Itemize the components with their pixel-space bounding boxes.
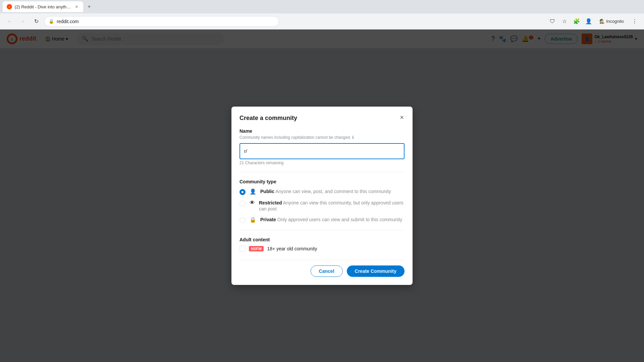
browser-titlebar: r (2) Reddit - Dive into anything ✕ + [0, 0, 644, 13]
chars-remaining: 21 Characters remaining [239, 161, 405, 165]
section-divider-2 [239, 230, 405, 230]
restricted-icon: 👁 [250, 200, 255, 206]
shield-icon[interactable]: 🛡 [547, 16, 558, 27]
community-type-label: Community type [239, 179, 405, 184]
name-section: Name Community names including capitaliz… [239, 128, 405, 165]
menu-icon[interactable]: ⋮ [629, 16, 640, 27]
reddit-favicon: r [7, 4, 12, 9]
incognito-badge: 🕵️ Incognito [595, 17, 628, 25]
browser-toolbar: ← → ↻ 🔒 reddit.com 🛡 ☆ 🧩 👤 🕵️ Incognito … [0, 13, 644, 29]
create-community-modal: Create a community × Name Community name… [231, 107, 413, 285]
tab-close-button[interactable]: ✕ [74, 4, 79, 9]
modal-footer: Cancel Create Community [239, 260, 405, 277]
restricted-option[interactable]: 👁 Restricted Anyone can view this commun… [239, 200, 405, 212]
adult-content-section: Adult content NSFW 18+ year old communit… [239, 237, 405, 252]
restricted-text: Restricted Anyone can view this communit… [259, 200, 405, 212]
new-tab-button[interactable]: + [85, 2, 94, 11]
name-label: Name [239, 128, 405, 134]
public-icon: 👤 [250, 188, 256, 195]
cancel-button[interactable]: Cancel [311, 265, 343, 277]
incognito-icon: 🕵️ [599, 19, 605, 24]
nsfw-row: NSFW 18+ year old community [239, 246, 405, 252]
back-button[interactable]: ← [4, 16, 15, 27]
private-option[interactable]: 🔒 Private Only approved users can view a… [239, 217, 405, 223]
nsfw-label: 18+ year old community [267, 246, 317, 251]
profile-icon[interactable]: 👤 [583, 16, 594, 27]
nsfw-badge: NSFW [249, 246, 264, 251]
nsfw-checkbox[interactable] [239, 246, 246, 252]
modal-overlay: Create a community × Name Community name… [0, 29, 644, 362]
url-display: reddit.com [57, 19, 275, 24]
tab-title: (2) Reddit - Dive into anything [15, 4, 71, 9]
community-name-input[interactable] [239, 143, 405, 159]
private-icon: 🔒 [250, 217, 256, 223]
bookmark-icon[interactable]: ☆ [559, 16, 570, 27]
browser-tab[interactable]: r (2) Reddit - Dive into anything ✕ [3, 1, 83, 12]
name-subtitle: Community names including capitalization… [239, 135, 405, 140]
private-text: Private Only approved users can view and… [260, 217, 402, 223]
community-type-section: Community type 👤 Public Anyone can view,… [239, 179, 405, 223]
toolbar-right: 🛡 ☆ 🧩 👤 🕵️ Incognito ⋮ [547, 16, 640, 27]
lock-icon: 🔒 [49, 19, 54, 24]
public-text: Public Anyone can view, post, and commen… [260, 188, 391, 194]
community-type-options: 👤 Public Anyone can view, post, and comm… [239, 188, 405, 223]
modal-title: Create a community [239, 115, 405, 122]
name-input-wrapper [239, 143, 405, 159]
reload-button[interactable]: ↻ [31, 16, 42, 27]
restricted-radio[interactable] [239, 200, 246, 206]
create-community-button[interactable]: Create Community [347, 265, 405, 277]
section-divider [239, 172, 405, 172]
modal-close-button[interactable]: × [396, 112, 407, 123]
browser-chrome: r (2) Reddit - Dive into anything ✕ + ← … [0, 0, 644, 29]
svg-text:r: r [9, 5, 10, 8]
public-option[interactable]: 👤 Public Anyone can view, post, and comm… [239, 188, 405, 195]
private-radio[interactable] [239, 217, 246, 223]
extension-icon[interactable]: 🧩 [571, 16, 582, 27]
incognito-label: Incognito [606, 19, 624, 24]
public-radio[interactable] [239, 189, 246, 195]
info-icon: ℹ [352, 135, 354, 140]
adult-content-label: Adult content [239, 237, 405, 242]
address-bar[interactable]: 🔒 reddit.com [44, 16, 279, 27]
forward-button[interactable]: → [17, 16, 28, 27]
